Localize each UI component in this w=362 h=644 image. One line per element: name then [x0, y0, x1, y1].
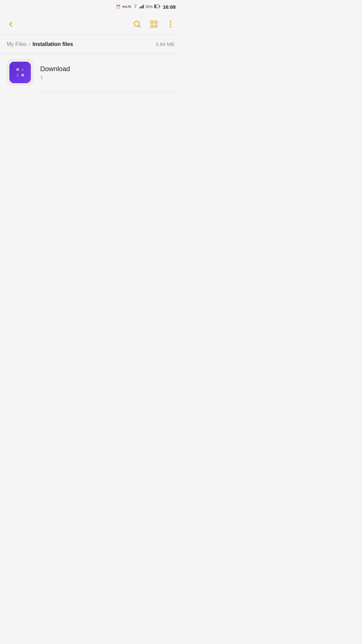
svg-rect-2: [142, 6, 143, 8]
breadcrumb: My Files › Installation files: [7, 41, 73, 47]
file-icon-container: ✕ ○ ○ ✕: [7, 59, 34, 86]
svg-text:⚡: ⚡: [156, 6, 159, 8]
signal-icon: [139, 4, 144, 9]
battery-icon: ⚡: [154, 4, 160, 9]
svg-rect-1: [140, 6, 141, 8]
folder-size: 3.84 MB: [156, 41, 174, 47]
breadcrumb-myfiles[interactable]: My Files: [7, 41, 27, 47]
nav-left: [5, 19, 16, 30]
svg-rect-6: [159, 6, 160, 7]
search-button[interactable]: [132, 19, 142, 29]
svg-point-13: [170, 21, 171, 22]
top-navigation: [0, 13, 181, 35]
svg-rect-12: [155, 25, 157, 27]
status-icons: ⏰ VoLTE 30% ⚡: [116, 4, 176, 10]
o-symbol: ○: [21, 67, 24, 72]
o-symbol2: ○: [16, 73, 19, 77]
file-item[interactable]: ✕ ○ ○ ✕ Download 1: [0, 54, 181, 91]
nav-right: [132, 19, 176, 29]
svg-rect-10: [155, 21, 157, 23]
svg-rect-9: [150, 21, 153, 23]
grid-view-button[interactable]: [149, 19, 159, 29]
x-symbol: ✕: [16, 67, 19, 72]
file-name: Download: [40, 65, 70, 73]
alarm-icon: ⏰: [116, 5, 121, 9]
svg-rect-3: [143, 5, 144, 8]
file-list: ✕ ○ ○ ✕ Download 1: [0, 54, 181, 92]
wifi-icon: [133, 4, 138, 9]
file-info: Download 1: [40, 65, 70, 80]
breadcrumb-chevron-icon: ›: [29, 41, 31, 47]
battery-percent: 30%: [145, 5, 153, 9]
app-icon: ✕ ○ ○ ✕: [9, 62, 31, 83]
breadcrumb-bar: My Files › Installation files 3.84 MB: [0, 35, 181, 54]
svg-rect-11: [150, 25, 153, 27]
status-bar: ⏰ VoLTE 30% ⚡: [0, 0, 181, 13]
svg-rect-0: [139, 7, 140, 8]
status-time: 16:08: [163, 4, 176, 10]
breadcrumb-current-folder: Installation files: [33, 41, 73, 47]
svg-point-15: [170, 26, 171, 27]
file-divider: [40, 91, 181, 92]
svg-point-14: [170, 23, 171, 24]
more-options-button[interactable]: [166, 19, 176, 29]
x-symbol2: ✕: [21, 73, 24, 77]
back-button[interactable]: [5, 19, 16, 30]
file-count: 1: [40, 74, 70, 80]
volte-icon: VoLTE: [122, 5, 131, 8]
app-icon-grid: ✕ ○ ○ ✕: [13, 65, 27, 80]
